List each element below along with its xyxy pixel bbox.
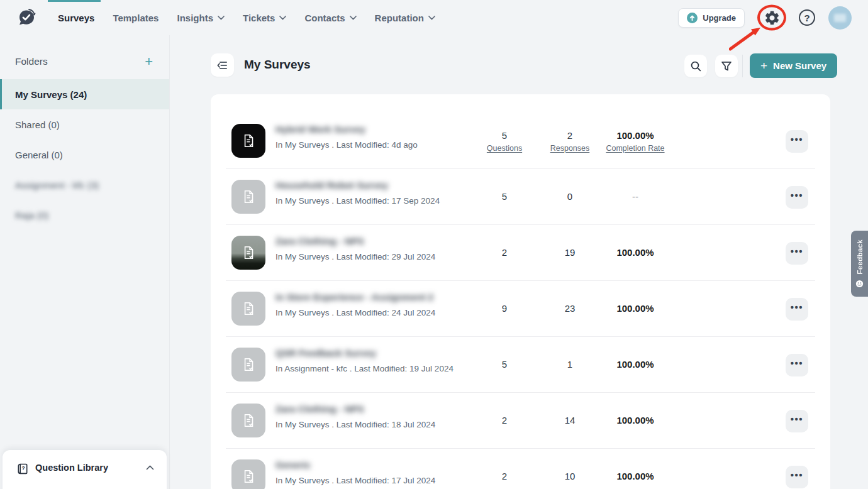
survey-meta: In My Surveys . Last Modified: 24 Jul 20… (275, 308, 435, 317)
gear-icon (764, 9, 781, 26)
questions-label[interactable]: Questions (479, 144, 530, 153)
question-library-panel[interactable]: ? Question Library (3, 450, 167, 489)
nav-label: Surveys (58, 13, 94, 23)
survey-meta: In Assignment - kfc . Last Modified: 19 … (275, 364, 453, 373)
survey-row[interactable]: Zara Clothing - NPS In My Surveys . Last… (211, 225, 830, 281)
collapse-sidebar-icon (217, 61, 228, 70)
sidebar-item-assignment[interactable]: Assignment - kfc (3) (0, 170, 169, 200)
survey-row[interactable]: Generic In My Surveys . Last Modified: 1… (211, 449, 830, 489)
upgrade-button[interactable]: Upgrade (678, 8, 745, 28)
survey-row[interactable]: Zara Clothing - NPS In My Surveys . Last… (211, 393, 830, 449)
upgrade-label: Upgrade (703, 13, 736, 23)
page-title: My Surveys (244, 58, 311, 72)
row-menu-button[interactable]: ••• (786, 242, 808, 265)
filter-funnel-icon (721, 61, 732, 72)
survey-thumbnail[interactable] (231, 236, 265, 270)
app-window: Surveys Templates Insights Tickets Conta… (0, 0, 868, 489)
sidebar-item-my-surveys[interactable]: My Surveys (24) (0, 79, 169, 109)
completion-rate: 100.00% (598, 130, 673, 141)
upgrade-arrow-icon (687, 13, 698, 23)
survey-title[interactable]: In Store Experience - Assignment 2 (275, 292, 433, 302)
chevron-down-icon (350, 16, 357, 20)
feedback-tab[interactable]: Feedback (851, 231, 868, 297)
row-menu-button[interactable]: ••• (786, 298, 808, 321)
survey-doc-icon (240, 356, 257, 373)
nav-label: Tickets (243, 13, 275, 23)
chevron-down-icon (428, 16, 435, 20)
survey-list-card: Hybrid Work Survey In My Surveys . Last … (211, 94, 830, 489)
new-survey-button[interactable]: + New Survey (750, 53, 837, 78)
survey-thumbnail[interactable] (231, 404, 265, 437)
nav-item-reputation[interactable]: Reputation (375, 13, 435, 23)
responses-count: 1 (545, 359, 595, 370)
survey-thumbnail[interactable] (231, 459, 265, 489)
survey-title[interactable]: Generic (275, 459, 311, 470)
chevron-up-icon (146, 465, 154, 470)
survey-title[interactable]: Household Robot Survey (275, 180, 388, 190)
sidebar-item-shared[interactable]: Shared (0) (0, 109, 169, 140)
chevron-down-icon (279, 16, 286, 20)
feedback-tab-label: Feedback (856, 239, 864, 274)
search-icon (690, 60, 701, 72)
folders-sidebar: Folders + My Surveys (24) Shared (0) Gen… (0, 35, 170, 489)
folders-header: Folders + (0, 35, 169, 79)
survey-row[interactable]: QSR Feedback Survey In Assignment - kfc … (211, 337, 830, 393)
responses-label[interactable]: Responses (545, 144, 595, 153)
survey-row[interactable]: Hybrid Work Survey In My Surveys . Last … (211, 113, 830, 169)
nav-item-insights[interactable]: Insights (177, 13, 225, 23)
questions-count: 5 (479, 191, 530, 202)
survey-meta: In My Surveys . Last Modified: 17 Sep 20… (275, 196, 440, 206)
survey-thumbnail[interactable] (231, 124, 265, 158)
responses-count: 23 (545, 303, 595, 314)
survey-meta: In My Surveys . Last Modified: 4d ago (275, 140, 418, 150)
settings-button[interactable] (758, 4, 786, 31)
responses-count: 14 (545, 415, 595, 426)
add-folder-button[interactable]: + (145, 55, 153, 68)
nav-item-templates[interactable]: Templates (113, 13, 159, 23)
plus-icon: + (760, 60, 767, 72)
app-logo-icon[interactable] (16, 8, 36, 28)
sidebar-item-raja[interactable]: Raja (0) (0, 200, 169, 230)
row-menu-button[interactable]: ••• (786, 410, 808, 432)
survey-row[interactable]: In Store Experience - Assignment 2 In My… (211, 281, 830, 337)
nav-right-cluster: Upgrade ? (678, 4, 852, 31)
sidebar-item-label: Raja (0) (15, 210, 48, 221)
search-button[interactable] (684, 55, 707, 77)
collapse-sidebar-button[interactable] (211, 53, 234, 77)
survey-row[interactable]: Household Robot Survey In My Surveys . L… (211, 169, 830, 225)
nav-item-contacts[interactable]: Contacts (304, 13, 356, 23)
help-button[interactable]: ? (799, 9, 815, 26)
questions-count: 5 (479, 359, 530, 370)
nav-item-surveys[interactable]: Surveys (58, 13, 94, 23)
row-menu-button[interactable]: ••• (786, 130, 808, 153)
survey-thumbnail[interactable] (231, 292, 265, 326)
filter-button[interactable] (715, 55, 738, 77)
survey-doc-icon (240, 245, 257, 261)
question-mark-icon: ? (804, 13, 810, 23)
survey-title[interactable]: QSR Feedback Survey (275, 348, 376, 358)
sidebar-item-general[interactable]: General (0) (0, 140, 169, 170)
survey-title[interactable]: Zara Clothing - NPS (275, 236, 364, 246)
user-avatar[interactable] (828, 6, 852, 30)
row-menu-button[interactable]: ••• (786, 466, 808, 488)
survey-title[interactable]: Hybrid Work Survey (275, 124, 365, 135)
row-menu-button[interactable]: ••• (786, 354, 808, 376)
row-menu-button[interactable]: ••• (786, 186, 808, 209)
questions-count: 2 (479, 247, 530, 258)
sidebar-item-label: Assignment - kfc (3) (15, 180, 99, 190)
survey-doc-icon (240, 468, 257, 485)
survey-meta: In My Surveys . Last Modified: 18 Jul 20… (275, 420, 435, 429)
nav-label: Templates (113, 13, 159, 23)
responses-count: 2 (545, 130, 595, 141)
top-navigation: Surveys Templates Insights Tickets Conta… (0, 0, 868, 35)
avatar-placeholder (834, 14, 846, 22)
nav-item-tickets[interactable]: Tickets (243, 13, 286, 23)
completion-rate-label[interactable]: Completion Rate (598, 144, 673, 153)
survey-title[interactable]: Zara Clothing - NPS (275, 404, 364, 414)
survey-doc-icon (240, 133, 257, 149)
completion-rate: 100.00% (598, 359, 673, 370)
survey-meta: In My Surveys . Last Modified: 29 Jul 20… (275, 252, 435, 261)
survey-thumbnail[interactable] (231, 180, 265, 214)
survey-thumbnail[interactable] (231, 348, 265, 382)
survey-doc-icon (240, 412, 257, 429)
